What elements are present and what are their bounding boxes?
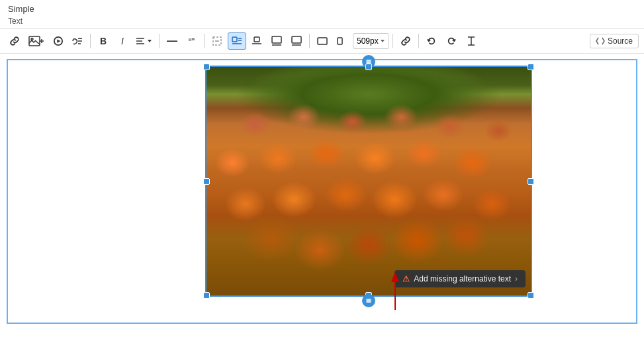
undo-button[interactable] xyxy=(422,32,441,50)
divider-3 xyxy=(204,34,205,48)
svg-rect-17 xyxy=(292,36,301,43)
insert-group xyxy=(5,32,87,50)
divider-5 xyxy=(392,34,393,48)
bold-button[interactable]: B xyxy=(94,32,113,50)
divider-1 xyxy=(90,34,91,48)
italic-button[interactable]: I xyxy=(113,32,132,50)
resize-handle-tr[interactable] xyxy=(528,64,534,70)
editor-area[interactable]: ⚠ Add missing alternative text › xyxy=(7,59,637,324)
center-button[interactable] xyxy=(248,32,266,50)
image-button[interactable] xyxy=(24,32,48,50)
text-edit-button[interactable] xyxy=(462,32,481,50)
peach-image xyxy=(207,67,531,295)
svg-rect-15 xyxy=(272,36,281,43)
svg-rect-9 xyxy=(232,37,237,42)
format-group: B I xyxy=(94,32,156,50)
width-dropdown[interactable]: 509px xyxy=(353,33,389,49)
resize-handle-bl[interactable] xyxy=(203,292,210,299)
svg-rect-19 xyxy=(318,38,327,44)
svg-rect-20 xyxy=(338,38,342,44)
drag-handle-bottom[interactable] xyxy=(362,294,375,307)
resize-handle-ml[interactable] xyxy=(203,178,210,185)
chevron-icon: › xyxy=(515,274,518,283)
red-arrow xyxy=(385,274,405,313)
app-title: Simple xyxy=(0,0,644,15)
svg-marker-3 xyxy=(57,39,60,42)
alt-text-tooltip[interactable]: ⚠ Add missing alternative text › xyxy=(394,270,526,287)
svg-rect-13 xyxy=(254,37,259,42)
width-value: 509px xyxy=(357,36,379,46)
chain-link-button[interactable] xyxy=(396,32,415,50)
toolbar: B I — “” 509px xyxy=(0,28,644,54)
svg-point-1 xyxy=(31,38,33,40)
section-label: Text xyxy=(0,15,644,28)
alt-text-label: Add missing alternative text xyxy=(414,274,511,283)
resize-handle-br[interactable] xyxy=(528,292,534,299)
red-arrow-container xyxy=(385,274,405,316)
media-button[interactable] xyxy=(49,32,68,50)
line-group: — “” xyxy=(163,32,201,50)
source-label: Source xyxy=(608,36,633,46)
image-container[interactable]: ⚠ Add missing alternative text › xyxy=(205,66,532,297)
hline-button[interactable]: — xyxy=(163,32,181,50)
redo-button[interactable] xyxy=(442,32,461,50)
divider-4 xyxy=(309,34,310,48)
blockquote-button[interactable]: “” xyxy=(182,32,201,50)
divider-2 xyxy=(159,34,160,48)
special-chars-button[interactable] xyxy=(68,32,87,50)
link-button[interactable] xyxy=(5,32,24,50)
resize-handle-mr[interactable] xyxy=(528,178,534,185)
source-button[interactable]: Source xyxy=(590,34,639,48)
half-width-btn[interactable] xyxy=(333,32,351,50)
align-right-button[interactable] xyxy=(287,32,306,50)
align-button[interactable] xyxy=(132,32,156,50)
align-left-button[interactable] xyxy=(267,32,286,50)
no-wrap-button[interactable] xyxy=(208,32,226,50)
full-width-btn[interactable] xyxy=(313,32,332,50)
resize-handle-tl[interactable] xyxy=(203,64,210,70)
divider-6 xyxy=(418,34,419,48)
align-left-wrap-button[interactable] xyxy=(228,32,246,50)
resize-handle-tm[interactable] xyxy=(365,64,372,70)
